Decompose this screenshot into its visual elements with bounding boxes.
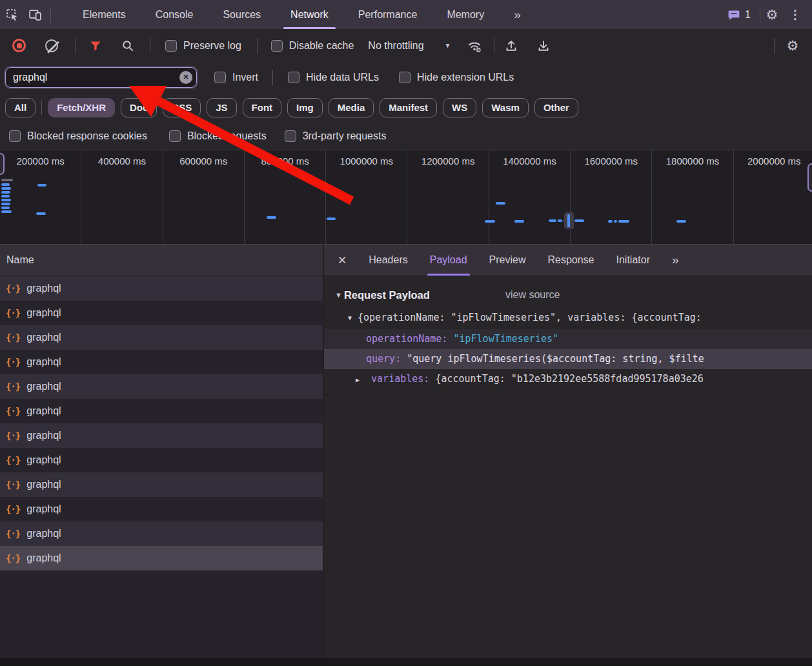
invert-checkbox[interactable] (214, 72, 226, 83)
waterfall-bar (618, 220, 629, 223)
customize-devtools-button[interactable]: ⋮ (784, 3, 807, 26)
type-filter-ws[interactable]: WS (443, 98, 476, 117)
more-panels-button[interactable]: » (499, 0, 536, 29)
request-row[interactable]: {·}graphql (0, 521, 323, 546)
request-row[interactable]: {·}graphql (0, 399, 323, 423)
timeline-scroll-handle[interactable] (0, 153, 5, 175)
search-button[interactable] (116, 34, 139, 57)
tab-preview[interactable]: Preview (478, 245, 537, 276)
type-filter-css[interactable]: CSS (163, 98, 201, 117)
payload-summary-row[interactable]: ▼ {operationName: "ipFlowTimeseries", va… (324, 305, 812, 329)
timeline-scroll-handle[interactable] (807, 163, 812, 192)
waterfall-bar (1, 210, 12, 213)
waterfall-bar (1, 187, 11, 190)
type-filter-wasm[interactable]: Wasm (482, 98, 529, 117)
tab-label: Console (156, 9, 194, 21)
tab-response[interactable]: Response (536, 245, 605, 276)
fetch-icon: {·} (6, 504, 20, 514)
tab-payload[interactable]: Payload (419, 245, 478, 276)
request-row[interactable]: {·}graphql (0, 374, 323, 399)
export-har-button[interactable] (532, 34, 555, 57)
request-row[interactable]: {·}graphql (0, 350, 323, 374)
payload-line-operation-name[interactable]: operationName: "ipFlowTimeseries" (324, 329, 812, 349)
tab-label: Payload (430, 254, 467, 266)
inspect-element-button[interactable] (0, 3, 23, 26)
request-row[interactable]: {·}graphql (0, 448, 323, 472)
network-settings-button[interactable]: ⚙ (781, 34, 804, 57)
pill-label: Media (338, 102, 365, 113)
record-network-log-button[interactable] (12, 39, 26, 52)
tab-memory[interactable]: Memory (432, 0, 499, 29)
filter-toggle-button[interactable] (84, 34, 107, 57)
tab-sources[interactable]: Sources (208, 0, 276, 29)
close-details-button[interactable]: ✕ (338, 254, 347, 267)
tab-performance[interactable]: Performance (343, 0, 432, 29)
type-filter-all[interactable]: All (5, 98, 36, 117)
name-column-header[interactable]: Name (0, 245, 323, 276)
request-name: graphql (26, 479, 61, 490)
type-filter-manifest[interactable]: Manifest (380, 98, 437, 117)
clear-network-log-button[interactable] (45, 39, 58, 52)
waterfall-bar (1, 191, 10, 194)
type-filter-js[interactable]: JS (207, 98, 236, 117)
tab-console[interactable]: Console (141, 0, 208, 29)
waterfall-bar (1, 203, 10, 205)
network-overview-timeline[interactable]: 200000 ms 400000 ms 600000 ms 800000 ms … (0, 150, 812, 245)
blocked-response-cookies-checkbox[interactable] (9, 130, 21, 142)
json-key: query: (366, 353, 401, 365)
waterfall-bar (1, 199, 11, 201)
waterfall-bar (514, 220, 524, 223)
disable-cache-checkbox[interactable] (271, 40, 283, 52)
third-party-requests-checkbox[interactable] (285, 130, 296, 142)
tab-label: Preview (489, 254, 526, 266)
pill-label: Font (252, 102, 272, 113)
payload-line-query[interactable]: query: "query ipFlowTimeseries($accountT… (324, 349, 812, 369)
request-payload-section-header[interactable]: ▼ Request Payload view source (324, 285, 812, 305)
issues-button[interactable]: 1 (727, 8, 751, 21)
request-row[interactable]: {·}graphql (0, 276, 323, 301)
hide-data-urls-checkbox[interactable] (288, 72, 299, 83)
view-source-link[interactable]: view source (505, 289, 560, 301)
type-filter-font[interactable]: Font (243, 98, 281, 117)
download-icon (537, 39, 550, 52)
tab-label: Response (547, 254, 594, 266)
request-row[interactable]: {·}graphql (0, 301, 323, 325)
type-filter-other[interactable]: Other (534, 98, 578, 117)
import-har-button[interactable] (500, 34, 523, 57)
blocked-requests-checkbox[interactable] (169, 130, 181, 142)
divider (324, 394, 812, 394)
tab-initiator[interactable]: Initiator (605, 245, 661, 276)
request-row[interactable]: {·}graphql (0, 423, 323, 448)
json-value: "ipFlowTimeseries" (453, 333, 558, 345)
tab-headers[interactable]: Headers (358, 245, 418, 276)
blocked-requests-label: Blocked requests (187, 130, 267, 142)
network-conditions-button[interactable] (463, 34, 486, 57)
tab-network[interactable]: Network (276, 0, 343, 29)
request-row-selected[interactable]: {·}graphql (0, 546, 323, 570)
type-filter-fetch-xhr[interactable]: Fetch/XHR (48, 98, 115, 117)
waterfall-bar (608, 220, 613, 223)
request-row[interactable]: {·}graphql (0, 497, 323, 521)
preserve-log-checkbox[interactable] (165, 40, 177, 52)
devtools-panel-tabs: Elements Console Sources Network Perform… (68, 0, 536, 29)
tab-elements[interactable]: Elements (68, 0, 141, 29)
device-toolbar-button[interactable] (23, 3, 46, 26)
payload-line-variables[interactable]: ▶ variables: {accountTag: "b12e3b2192ee5… (324, 369, 812, 389)
devtools-top-bar: Elements Console Sources Network Perform… (0, 0, 812, 30)
fetch-icon: {·} (6, 553, 20, 563)
selected-request-marker (564, 212, 574, 229)
request-row[interactable]: {·}graphql (0, 472, 323, 497)
clear-filter-button[interactable]: ✕ (179, 71, 192, 84)
throttling-select[interactable]: No throttling ▼ (368, 40, 451, 52)
settings-button[interactable]: ⚙ (760, 3, 784, 26)
pill-label: Fetch/XHR (57, 102, 106, 113)
request-row[interactable]: {·}graphql (0, 325, 323, 350)
filter-input[interactable] (5, 67, 197, 88)
type-filter-img[interactable]: Img (287, 98, 323, 117)
more-detail-tabs-button[interactable]: » (661, 245, 690, 276)
type-filter-doc[interactable]: Doc (121, 98, 157, 117)
window-bottom-edge (0, 658, 812, 666)
type-filter-media[interactable]: Media (329, 98, 374, 117)
hide-extension-urls-checkbox[interactable] (399, 72, 411, 83)
pill-label: Other (543, 102, 569, 113)
